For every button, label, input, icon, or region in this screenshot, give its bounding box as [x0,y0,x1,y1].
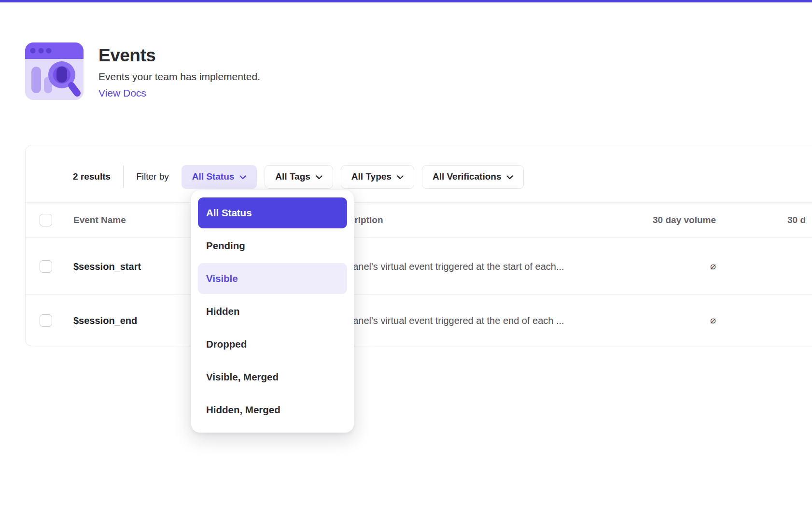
select-all-checkbox[interactable] [40,214,52,226]
dropdown-item-dropped[interactable]: Dropped [198,329,347,360]
results-count: 2 results [73,171,111,182]
top-accent-bar [0,0,812,2]
page-subtitle: Events your team has implemented. [98,71,260,83]
filter-all-verifications-button[interactable]: All Verifications [422,165,524,189]
dropdown-item-visible-merged[interactable]: Visible, Merged [198,362,347,393]
event-30-day-volume: ∅ [618,315,716,326]
dropdown-item-hidden[interactable]: Hidden [198,296,347,327]
filter-group: All Status All Tags All Types [182,165,524,189]
events-lexicon-icon [25,42,84,100]
chevron-down-icon [397,175,404,180]
filter-all-status-label: All Status [192,171,235,182]
event-name[interactable]: $session_end [73,315,137,326]
page-title: Events [98,45,155,66]
dropdown-item-visible[interactable]: Visible [198,263,347,294]
column-header-truncated: 30 d [787,215,806,225]
filter-by-label: Filter by [136,171,169,182]
filter-toolbar: 2 results Filter by All Status All Tags [73,165,524,189]
event-description: Mixpanel's virtual event triggered at th… [333,261,564,272]
row-checkbox[interactable] [40,260,52,273]
toolbar-divider [123,166,124,188]
filter-all-types-label: All Types [351,171,392,182]
event-description: Mixpanel's virtual event triggered at th… [333,315,564,326]
dropdown-item-hidden-merged[interactable]: Hidden, Merged [198,394,347,425]
dropdown-item-all-status[interactable]: All Status [198,197,347,228]
table-row[interactable]: $session_end Mixpanel's virtual event tr… [26,295,812,346]
filter-all-status-button[interactable]: All Status [182,165,257,189]
status-filter-dropdown: All Status Pending Visible Hidden Droppe… [191,190,354,433]
events-card: 2 results Filter by All Status All Tags [25,145,812,346]
view-docs-link[interactable]: View Docs [98,87,146,99]
row-checkbox[interactable] [40,314,52,327]
filter-all-types-button[interactable]: All Types [341,165,414,189]
column-header-30-day-volume: 30 day volume [618,215,716,225]
chevron-down-icon [316,175,322,180]
event-name[interactable]: $session_start [73,261,141,272]
chevron-down-icon [239,175,246,180]
table-row[interactable]: $session_start Mixpanel's virtual event … [26,238,812,295]
events-page: Events Events your team has implemented.… [0,0,812,505]
filter-all-tags-button[interactable]: All Tags [265,165,333,189]
column-header-event-name: Event Name [73,215,126,225]
filter-all-verifications-label: All Verifications [433,171,502,182]
event-30-day-volume: ∅ [618,261,716,272]
dropdown-item-pending[interactable]: Pending [198,230,347,261]
filter-all-tags-label: All Tags [275,171,310,182]
chevron-down-icon [506,175,513,180]
table-header-row: Event Name Description 30 day volume 30 … [26,202,812,238]
